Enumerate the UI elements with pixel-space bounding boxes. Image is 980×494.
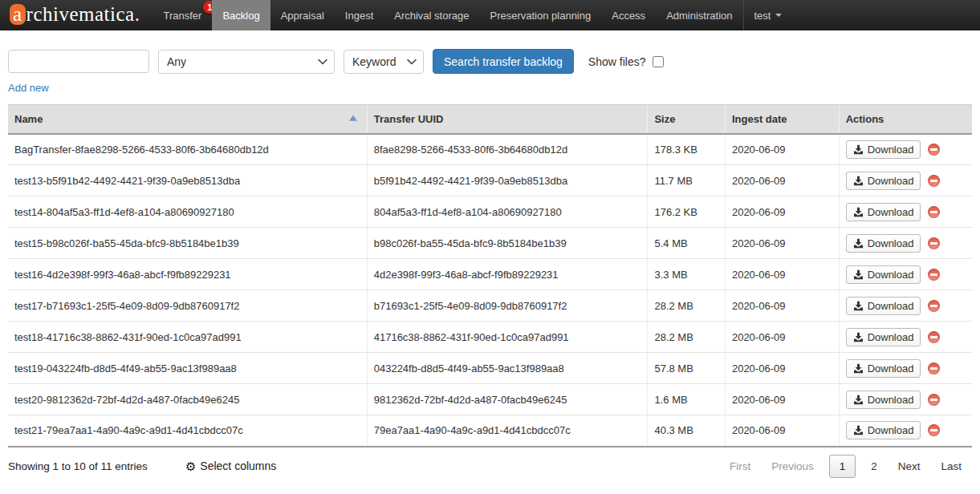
search-type-select[interactable]: Keyword — [344, 50, 424, 74]
transfer-name-cell: test15-b98c026f-ba55-45da-bfc9-8b5184be1… — [8, 228, 367, 259]
top-navbar: archivematica. Transfer 1 Backlog Apprai… — [0, 0, 980, 30]
download-button[interactable]: Download — [846, 359, 921, 378]
table-row: test18-41716c38-8862-431f-90ed-1c0ca97ad… — [8, 322, 972, 353]
transfer-size-cell: 176.2 KB — [648, 196, 725, 228]
transfer-uuid-cell: 043224fb-d8d5-4f49-ab55-9ac13f989aa8 — [367, 353, 648, 384]
remove-icon[interactable] — [928, 237, 940, 249]
transfer-uuid-cell: 41716c38-8862-431f-90ed-1c0ca97ad991 — [367, 322, 648, 353]
actions-cell: Download — [839, 415, 972, 447]
show-files-label: Show files? — [588, 55, 646, 68]
nav-item-archival-storage[interactable]: Archival storage — [384, 0, 479, 30]
transfer-uuid-cell: 9812362d-72bf-4d2d-a487-0facb49e6245 — [367, 384, 648, 415]
actions-cell: Download — [839, 134, 972, 165]
transfer-name-cell: test19-043224fb-d8d5-4f49-ab55-9ac13f989… — [8, 353, 367, 384]
pagination-last[interactable]: Last — [930, 456, 972, 476]
download-icon — [853, 238, 864, 249]
nav-item-access[interactable]: Access — [601, 0, 656, 30]
add-new-link[interactable]: Add new — [8, 82, 49, 94]
pagination-page-2[interactable]: 2 — [860, 456, 888, 476]
download-button[interactable]: Download — [846, 421, 921, 439]
nav-item-ingest[interactable]: Ingest — [335, 0, 384, 30]
remove-icon[interactable] — [928, 144, 940, 156]
actions-cell: Download — [839, 259, 972, 290]
transfer-name-cell: test16-4d2e398f-99f3-46a8-abcf-f9fb89229… — [8, 259, 367, 290]
ingest-date-cell: 2020-06-09 — [725, 228, 839, 259]
ingest-date-cell: 2020-06-09 — [725, 384, 839, 415]
search-field-select[interactable]: Any — [158, 50, 335, 74]
table-row: test14-804af5a3-ff1d-4ef8-a104-a80690927… — [8, 196, 972, 228]
remove-icon[interactable] — [928, 175, 940, 187]
user-menu-label: test — [754, 10, 771, 22]
nav-item-appraisal[interactable]: Appraisal — [270, 0, 335, 30]
table-row: test17-b71693c1-25f5-4e09-8d09-9db876091… — [8, 290, 972, 322]
transfer-uuid-cell: 804af5a3-ff1d-4ef8-a104-a80690927180 — [367, 196, 648, 228]
transfer-size-cell: 11.7 MB — [648, 165, 725, 196]
gear-icon: ⚙ — [185, 460, 196, 472]
remove-icon[interactable] — [928, 269, 940, 281]
download-button[interactable]: Download — [846, 172, 921, 190]
actions-cell: Download — [839, 384, 972, 415]
table-row: test19-043224fb-d8d5-4f49-ab55-9ac13f989… — [8, 353, 972, 384]
ingest-date-cell: 2020-06-09 — [725, 134, 839, 165]
table-row: test21-79ea7aa1-4a90-4a9c-a9d1-4d41cbdcc… — [8, 415, 972, 447]
download-button[interactable]: Download — [846, 234, 921, 253]
archivematica-logo[interactable]: archivematica. — [0, 0, 152, 30]
main-nav: Transfer 1 Backlog Appraisal Ingest Arch… — [152, 0, 742, 30]
download-button[interactable]: Download — [846, 140, 921, 159]
transfer-name-cell: test14-804af5a3-ff1d-4ef8-a104-a80690927… — [8, 196, 367, 228]
download-button[interactable]: Download — [846, 297, 921, 315]
remove-icon[interactable] — [928, 331, 940, 343]
transfer-uuid-cell: 79ea7aa1-4a90-4a9c-a9d1-4d41cbdcc07c — [367, 415, 648, 447]
column-header-size[interactable]: Size — [648, 105, 725, 134]
transfer-name-cell: test13-b5f91b42-4492-4421-9f39-0a9eb8513… — [8, 165, 367, 196]
pagination-first[interactable]: First — [719, 456, 761, 476]
transfer-backlog-table: Name Transfer UUID Size Ingest date Acti… — [8, 104, 972, 447]
user-menu-dropdown[interactable]: test — [744, 0, 793, 30]
transfer-size-cell: 28.2 MB — [648, 322, 725, 353]
nav-item-transfer[interactable]: Transfer 1 — [152, 0, 212, 30]
download-button[interactable]: Download — [846, 328, 921, 346]
download-icon — [853, 363, 864, 374]
ingest-date-cell: 2020-06-09 — [725, 290, 839, 322]
transfer-size-cell: 57.8 MB — [648, 353, 725, 384]
download-button[interactable]: Download — [846, 265, 921, 284]
table-row: test16-4d2e398f-99f3-46a8-abcf-f9fb89229… — [8, 259, 972, 290]
transfer-size-cell: 28.2 MB — [648, 290, 725, 322]
remove-icon[interactable] — [928, 206, 940, 218]
transfer-uuid-cell: b98c026f-ba55-45da-bfc9-8b5184be1b39 — [367, 228, 648, 259]
select-columns-button[interactable]: ⚙ Select columns — [185, 460, 276, 472]
search-transfer-backlog-button[interactable]: Search transfer backlog — [433, 49, 574, 74]
column-header-actions: Actions — [839, 105, 972, 134]
column-header-name[interactable]: Name — [8, 105, 367, 134]
table-body: BagTransfer-8fae8298-5266-4533-80f6-3b64… — [8, 134, 972, 447]
column-header-transfer-uuid[interactable]: Transfer UUID — [367, 105, 648, 134]
transfer-name-cell: test21-79ea7aa1-4a90-4a9c-a9d1-4d41cbdcc… — [8, 415, 367, 447]
ingest-date-cell: 2020-06-09 — [725, 353, 839, 384]
download-icon — [853, 332, 864, 342]
download-button[interactable]: Download — [846, 391, 921, 409]
pagination-previous[interactable]: Previous — [761, 456, 824, 476]
transfer-uuid-cell: 8fae8298-5266-4533-80f6-3b64680db12d — [367, 134, 648, 165]
pagination-next[interactable]: Next — [888, 456, 931, 476]
download-icon — [853, 207, 864, 217]
remove-icon[interactable] — [928, 362, 940, 375]
column-header-ingest-date[interactable]: Ingest date — [725, 105, 839, 134]
download-icon — [853, 176, 864, 186]
nav-item-administration[interactable]: Administration — [656, 0, 742, 30]
remove-icon[interactable] — [928, 300, 940, 312]
transfer-size-cell: 1.6 MB — [648, 384, 725, 415]
remove-icon[interactable] — [928, 424, 940, 436]
transfer-size-cell: 40.3 MB — [648, 415, 725, 447]
ingest-date-cell: 2020-06-09 — [725, 196, 839, 228]
search-query-input[interactable] — [8, 50, 149, 73]
download-button[interactable]: Download — [846, 203, 921, 221]
nav-item-preservation-planning[interactable]: Preservation planning — [479, 0, 601, 30]
nav-item-backlog[interactable]: Backlog — [212, 0, 270, 30]
transfer-name-cell: test18-41716c38-8862-431f-90ed-1c0ca97ad… — [8, 322, 367, 353]
show-files-checkbox[interactable] — [653, 56, 664, 67]
pagination-page-1[interactable]: 1 — [829, 455, 856, 478]
table-row: test13-b5f91b42-4492-4421-9f39-0a9eb8513… — [8, 165, 972, 196]
remove-icon[interactable] — [928, 394, 940, 406]
transfer-size-cell: 3.3 MB — [648, 259, 725, 290]
table-row: test15-b98c026f-ba55-45da-bfc9-8b5184be1… — [8, 228, 972, 259]
